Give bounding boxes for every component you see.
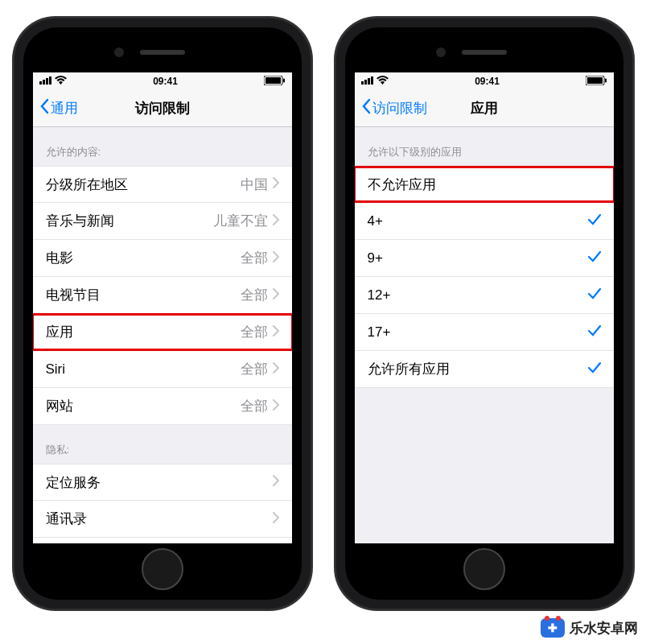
nav-bar: 通用 访问限制	[33, 90, 292, 127]
wifi-icon	[55, 76, 67, 87]
row-label: 不允许应用	[368, 175, 436, 194]
row-label: 电视节目	[46, 286, 101, 304]
row-label: 应用	[46, 323, 73, 341]
check-icon	[588, 324, 601, 341]
list-row[interactable]: 日历	[33, 538, 292, 543]
list-row[interactable]: 17+	[355, 314, 614, 351]
chevron-right-icon	[273, 213, 279, 229]
row-label: 分级所在地区	[46, 175, 128, 194]
list-row[interactable]: 4+	[355, 203, 614, 240]
watermark-text: 乐水安卓网	[570, 619, 638, 638]
battery-icon	[586, 76, 607, 88]
nav-bar: 访问限制 应用	[355, 90, 614, 127]
row-label: 9+	[368, 250, 383, 266]
chevron-right-icon	[273, 511, 279, 527]
check-icon	[588, 287, 601, 303]
back-button[interactable]: 通用	[39, 98, 78, 118]
home-button[interactable]	[142, 548, 183, 590]
list-row[interactable]: 网站全部	[33, 388, 292, 425]
back-label: 访问限制	[372, 99, 427, 118]
list-row[interactable]: 电影全部	[33, 240, 292, 277]
status-bar: 09:41	[33, 72, 292, 90]
row-value: 中国	[241, 175, 268, 194]
list-row[interactable]: 电视节目全部	[33, 277, 292, 314]
row-label: 12+	[368, 287, 391, 303]
row-label: 4+	[368, 213, 383, 229]
chevron-right-icon	[273, 287, 279, 303]
row-value: 全部	[241, 249, 268, 267]
check-icon	[588, 250, 601, 266]
signal-icon	[361, 76, 374, 87]
home-button[interactable]	[463, 548, 505, 590]
svg-rect-10	[371, 76, 373, 85]
row-label: 17+	[368, 324, 391, 341]
list-row[interactable]: 定位服务	[33, 464, 292, 501]
chevron-right-icon	[273, 324, 279, 341]
check-icon	[588, 213, 601, 229]
back-button[interactable]: 访问限制	[361, 98, 427, 118]
list-row[interactable]: Siri全部	[33, 351, 292, 388]
list-row[interactable]: 通讯录	[33, 501, 292, 538]
row-label: Siri	[46, 361, 66, 378]
row-value: 全部	[241, 286, 268, 304]
row-label: 音乐与新闻	[46, 212, 114, 230]
nav-title: 应用	[471, 99, 498, 118]
svg-rect-9	[368, 78, 370, 85]
svg-rect-5	[265, 77, 281, 84]
nav-title: 访问限制	[135, 99, 190, 118]
row-label: 网站	[46, 397, 73, 415]
signal-icon	[39, 76, 52, 87]
chevron-right-icon	[273, 474, 279, 490]
phone-right: 09:41 访问限制 应用 允许以下级别的应用	[335, 18, 633, 609]
section-header-privacy: 隐私:	[33, 425, 292, 464]
row-label: 通讯录	[46, 510, 87, 528]
svg-rect-8	[364, 80, 367, 85]
svg-rect-2	[46, 78, 48, 85]
chevron-right-icon	[273, 250, 279, 266]
check-icon	[588, 361, 601, 378]
row-value: 儿童不宜	[213, 212, 268, 230]
list-row[interactable]: 9+	[355, 240, 614, 277]
svg-rect-0	[39, 81, 42, 85]
svg-rect-6	[283, 78, 285, 82]
svg-rect-1	[43, 80, 45, 85]
status-time: 09:41	[475, 76, 500, 87]
svg-rect-12	[587, 77, 603, 84]
list-row[interactable]: 12+	[355, 277, 614, 314]
back-label: 通用	[51, 99, 78, 118]
chevron-left-icon	[39, 98, 49, 118]
list-row[interactable]: 音乐与新闻儿童不宜	[33, 203, 292, 240]
status-bar: 09:41	[355, 72, 614, 90]
chevron-right-icon	[273, 361, 279, 378]
watermark-icon: ✚	[541, 618, 565, 638]
row-label: 允许所有应用	[368, 360, 450, 378]
wifi-icon	[376, 76, 389, 87]
svg-rect-13	[605, 78, 607, 82]
svg-rect-7	[361, 81, 364, 85]
row-label: 定位服务	[46, 473, 101, 492]
chevron-right-icon	[273, 398, 279, 415]
row-value: 全部	[241, 397, 268, 415]
row-value: 全部	[241, 360, 268, 378]
list-row[interactable]: 应用全部	[33, 314, 292, 351]
phone-left: 09:41 通用 访问限制 允许的内容: 分级所	[14, 18, 311, 609]
list-row[interactable]: 允许所有应用	[355, 351, 614, 388]
battery-icon	[264, 76, 285, 88]
section-header-apps: 允许以下级别的应用	[355, 127, 614, 166]
svg-rect-3	[49, 76, 51, 85]
chevron-left-icon	[361, 98, 371, 118]
list-row[interactable]: 不允许应用	[355, 166, 614, 203]
section-header-content: 允许的内容:	[33, 127, 292, 166]
list-row[interactable]: 分级所在地区中国	[33, 166, 292, 203]
chevron-right-icon	[273, 176, 279, 192]
watermark: ✚ 乐水安卓网	[541, 618, 638, 638]
row-label: 电影	[46, 249, 73, 267]
status-time: 09:41	[153, 76, 178, 87]
row-value: 全部	[241, 323, 268, 341]
